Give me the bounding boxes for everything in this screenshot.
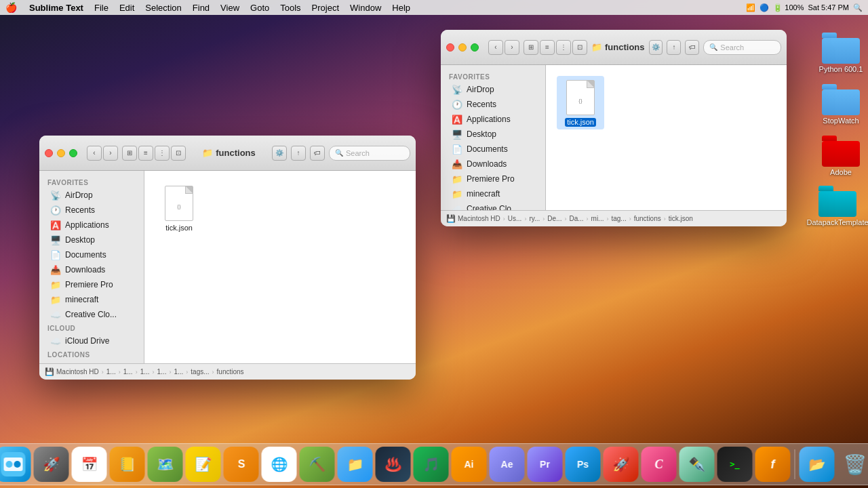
file-tick-json-back[interactable]: {} tick.json [557,76,604,129]
breadcrumb-ry-back[interactable]: ry... [529,215,540,222]
apple-menu[interactable]: 🍎 [5,2,17,13]
desktop-icon-python[interactable]: Python 600.1 [814,30,868,77]
sidebar-item-downloads-front[interactable]: 📥 Downloads [42,262,141,277]
minimize-button-back[interactable] [458,43,467,52]
dock-icon-calendar[interactable]: 📅 [72,447,107,482]
column-view-front[interactable]: ⋮ [155,146,170,161]
desktop-icon-datapack[interactable]: DatapackTemplate [810,183,865,230]
cover-view-back[interactable]: ⊡ [572,40,587,55]
menu-file[interactable]: File [89,3,114,13]
menu-help[interactable]: Help [387,3,416,13]
menu-find[interactable]: Find [187,3,215,13]
action-button-back[interactable]: ⚙️ [649,40,663,55]
dock-icon-chrome[interactable]: 🌐 [262,447,297,482]
breadcrumb-tag-back[interactable]: tag... [611,215,626,222]
forward-button-back[interactable]: › [505,40,519,55]
search-box-front[interactable]: 🔍 Search [329,146,410,161]
cover-view-front[interactable]: ⊡ [171,146,186,161]
sidebar-item-premiere-back[interactable]: 📁 Premiere Pro [443,171,542,186]
sidebar-item-recents-front[interactable]: 🕐 Recents [42,203,141,218]
dock-icon-minecraft[interactable]: ⛏️ [300,447,335,482]
dock-icon-folder[interactable]: 📁 [338,447,373,482]
dock-icon-launchpad[interactable]: 🚀 [34,447,69,482]
menu-edit[interactable]: Edit [114,3,140,13]
dock-icon-quill[interactable]: ✒️ [679,447,715,482]
dock-icon-sublime[interactable]: S [224,447,259,482]
sidebar-item-desktop-front[interactable]: 🖥️ Desktop [42,232,141,247]
dock-icon-after-effects[interactable]: Ae [490,447,525,482]
search-box-back[interactable]: 🔍 Search [703,40,781,55]
sidebar-item-airdrop-back[interactable]: 📡 AirDrop [443,82,542,97]
dock-icon-taskbook[interactable]: 📒 [110,447,145,482]
dock-icon-rocket[interactable]: 🚀 [604,447,639,482]
menu-selection[interactable]: Selection [140,3,186,13]
dock-icon-spotify[interactable]: 🎵 [414,447,449,482]
bc-functions[interactable]: functions [217,368,244,375]
breadcrumb-mi-back[interactable]: mi... [591,215,604,222]
sidebar-item-airdrop-front[interactable]: 📡 AirDrop [42,188,141,203]
menu-tools[interactable]: Tools [275,3,306,13]
maximize-button-front[interactable] [69,149,77,157]
icon-view-front[interactable]: ⊞ [122,146,137,161]
app-name[interactable]: Sublime Text [24,3,89,13]
bc-2[interactable]: 1... [123,368,133,375]
close-button-front[interactable] [45,149,53,157]
menu-view[interactable]: View [215,3,245,13]
sidebar-item-minecraft-back[interactable]: 📁 minecraft [443,186,542,201]
desktop-icon-adobe[interactable]: Adobe [814,133,868,180]
minimize-button-front[interactable] [57,149,65,157]
bc-tags[interactable]: tags... [191,368,209,375]
share-button-back[interactable]: ↑ [667,40,681,55]
file-tick-json-front[interactable]: {} tick.json [155,182,203,235]
breadcrumb-da-back[interactable]: Da... [569,215,583,222]
dock-icon-finder[interactable] [0,447,31,482]
dock-icon-files[interactable]: 📂 [800,447,835,482]
bc-1[interactable]: 1... [106,368,116,375]
dock-icon-photoshop[interactable]: Ps [566,447,601,482]
bc-4[interactable]: 1... [157,368,167,375]
search-icon[interactable]: 🔍 [853,3,863,12]
menu-goto[interactable]: Goto [245,3,275,13]
share-button-front[interactable]: ↑ [291,146,306,161]
sidebar-item-documents-front[interactable]: 📄 Documents [42,247,141,262]
breadcrumb-de-back[interactable]: De... [547,215,561,222]
sidebar-item-recents-back[interactable]: 🕐 Recents [443,97,542,112]
icon-view-back[interactable]: ⊞ [524,40,538,55]
desktop-icon-stopwatch[interactable]: StopWatch [814,81,868,128]
column-view-back[interactable]: ⋮ [556,40,571,55]
breadcrumb-us-back[interactable]: Us... [508,215,522,222]
bc-3[interactable]: 1... [140,368,150,375]
bc-5[interactable]: 1... [174,368,183,375]
sidebar-item-creative-front[interactable]: ☁️ Creative Clo... [42,307,141,322]
maximize-button-back[interactable] [471,43,479,52]
breadcrumb-functions-back[interactable]: functions [634,215,661,222]
sidebar-item-applications-front[interactable]: 🅰️ Applications [42,218,141,232]
sidebar-item-icloud-front[interactable]: ☁️ iCloud Drive [42,333,141,348]
list-view-front[interactable]: ≡ [138,146,153,161]
dock-icon-premiere[interactable]: Pr [528,447,563,482]
breadcrumb-hd-back[interactable]: 💾Macintosh HD [446,214,500,223]
dock-icon-notes[interactable]: 📝 [186,447,221,482]
sidebar-item-desktop-back[interactable]: 🖥️ Desktop [443,127,542,142]
sidebar-item-downloads-back[interactable]: 📥 Downloads [443,157,542,171]
forward-button-front[interactable]: › [103,146,118,161]
sidebar-item-documents-back[interactable]: 📄 Documents [443,142,542,157]
tag-button-back[interactable]: 🏷 [685,40,699,55]
dock-icon-curl[interactable]: C [642,447,677,482]
action-button-front[interactable]: ⚙️ [272,146,287,161]
dock-icon-flux[interactable]: f [755,447,791,482]
dock-icon-illustrator[interactable]: Ai [452,447,487,482]
back-button-back[interactable]: ‹ [488,40,503,55]
sidebar-item-minecraft-front[interactable]: 📁 minecraft [42,292,141,307]
menu-window[interactable]: Window [344,3,387,13]
back-button-front[interactable]: ‹ [87,146,102,161]
dock-icon-maps[interactable]: 🗺️ [148,447,183,482]
dock-icon-trash[interactable]: 🗑️ [837,447,869,482]
dock-icon-steam[interactable]: ♨️ [376,447,411,482]
close-button-back[interactable] [446,43,454,52]
tag-button-front[interactable]: 🏷 [310,146,325,161]
dock-icon-terminal[interactable]: >_ [717,447,753,482]
sidebar-item-applications-back[interactable]: 🅰️ Applications [443,112,542,127]
menu-project[interactable]: Project [307,3,344,13]
sidebar-item-creative-back[interactable]: ☁️ Creative Clo... [443,201,542,210]
